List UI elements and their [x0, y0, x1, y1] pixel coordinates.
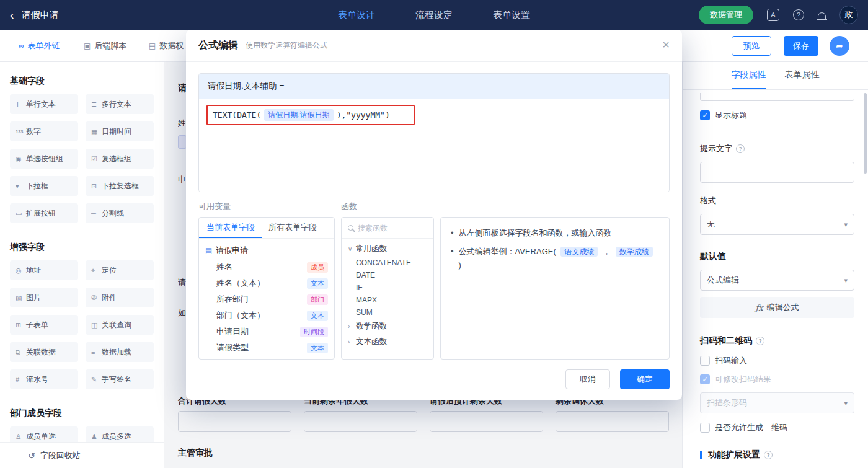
field-button-checkbox-group[interactable]: ☑复选框组 — [86, 149, 154, 169]
avatar[interactable]: 政 — [839, 6, 858, 24]
variable-row[interactable]: 所在部门 部门 — [199, 291, 334, 307]
hint-text-input[interactable] — [700, 162, 854, 183]
form-node[interactable]: ▤ 请假申请 — [199, 242, 334, 259]
field-button-single-line-text[interactable]: T单行文本 — [10, 94, 78, 114]
form-external-link-button[interactable]: ∞ 表单外链 — [19, 30, 60, 62]
field-button-address[interactable]: ◎地址 — [10, 260, 78, 280]
checkbox-unchecked-icon[interactable] — [700, 423, 710, 433]
hint-text-label: 提示文字 ? — [700, 143, 854, 154]
variable-row[interactable]: 请假类型 文本 — [199, 340, 334, 356]
function-item[interactable]: IF — [342, 281, 433, 294]
tab-form-properties[interactable]: 表单属性 — [785, 62, 820, 89]
remaining-annual-days-input[interactable] — [304, 411, 417, 432]
variables-box: 当前表单字段 所有表单字段 ▤ 请假申请 姓名 成员 姓名（文本） 文本 — [198, 217, 335, 360]
group-text-functions[interactable]: › 文本函数 — [342, 334, 433, 350]
remaining-comp-days-input[interactable] — [556, 411, 669, 432]
cancel-button[interactable]: 取消 — [565, 369, 610, 389]
formula-text-post: ),"yyyyMM") — [337, 110, 390, 120]
tab-flow-setting[interactable]: 流程设定 — [415, 9, 453, 21]
default-value-select[interactable]: 公式编辑 ▾ — [700, 270, 854, 291]
field-button-multi-line-text[interactable]: ≣多行文本 — [86, 94, 154, 114]
formula-editor[interactable]: 请假日期.文本辅助 = TEXT(DATE( 请假日期.请假日期 ),"yyyy… — [198, 73, 670, 192]
tab-form-design[interactable]: 表单设计 — [338, 9, 375, 21]
tab-current-form-fields[interactable]: 当前表单字段 — [199, 218, 262, 238]
formula-input-area[interactable]: TEXT(DATE( 请假日期.请假日期 ),"yyyyMM") — [199, 99, 669, 192]
help-icon[interactable]: ? — [793, 9, 804, 20]
tab-form-setting[interactable]: 表单设置 — [493, 9, 530, 21]
variable-row[interactable]: 姓名（文本） 文本 — [199, 275, 334, 291]
script-icon: ▣ — [84, 42, 91, 50]
checkbox-unchecked-icon[interactable] — [700, 356, 710, 366]
formula-edit-dialog: 公式编辑 使用数学运算符编辑公式 × 请假日期.文本辅助 = TEXT(DATE… — [186, 30, 682, 400]
location-icon: ⌖ — [91, 267, 102, 275]
number-icon: 123 — [16, 129, 26, 135]
tab-field-properties[interactable]: 字段属性 — [732, 62, 766, 89]
function-search[interactable] — [342, 218, 433, 239]
total-leave-days-input[interactable] — [178, 411, 291, 432]
field-button-image[interactable]: ▧图片 — [10, 288, 78, 307]
chevron-down-icon: ▾ — [844, 221, 848, 229]
panel-tabs: 字段属性 表单属性 — [683, 62, 868, 90]
field-button-linked-query[interactable]: ◫关联查询 — [86, 315, 154, 335]
scan-input-checkbox-row[interactable]: 扫码输入 — [700, 355, 854, 366]
form-title-fragment: 请 — [178, 82, 187, 94]
group-common-functions[interactable]: ∨ 常用函数 — [342, 241, 433, 257]
panel-scrollbar[interactable] — [864, 93, 867, 174]
field-button-subform[interactable]: ⊞子表单 — [10, 315, 78, 335]
field-button-extend-button[interactable]: ▭扩展按钮 — [10, 203, 78, 223]
close-icon[interactable]: × — [662, 38, 670, 51]
field-button-serial-number[interactable]: #流水号 — [10, 369, 78, 389]
field-button-radio-group[interactable]: ◉单选按钮组 — [10, 149, 78, 169]
member-chip-fragment — [178, 135, 187, 149]
field-type-tag: 成员 — [307, 262, 328, 273]
show-title-checkbox-row[interactable]: ✓ 显示标题 — [700, 110, 854, 121]
checkbox-checked-icon[interactable]: ✓ — [700, 110, 710, 120]
field-button-signature[interactable]: ✎手写签名 — [86, 369, 154, 389]
field-type-tag: 部门 — [307, 294, 328, 305]
function-item[interactable]: CONCATENATE — [342, 257, 433, 269]
field-button-dropdown-multi[interactable]: ⊡下拉复选框 — [86, 176, 154, 196]
variable-row[interactable]: 部门（文本） 文本 — [199, 307, 334, 324]
share-button[interactable]: ➦ — [830, 36, 849, 56]
function-item[interactable]: MAPX — [342, 294, 433, 306]
qr-allow-checkbox-row[interactable]: 是否允许生成二维码 — [700, 422, 854, 433]
save-button[interactable]: 保存 — [784, 36, 818, 56]
function-item[interactable]: SUM — [342, 306, 433, 319]
function-item[interactable]: DATE — [342, 269, 433, 281]
field-button-linked-data[interactable]: ⧉关联数据 — [10, 342, 78, 362]
field-recycle-bin[interactable]: ↺ 字段回收站 — [0, 442, 164, 468]
field-button-divider[interactable]: ─分割线 — [86, 203, 154, 223]
function-search-input[interactable] — [358, 224, 427, 232]
confirm-button[interactable]: 确定 — [620, 369, 670, 389]
field-button-location[interactable]: ⌖定位 — [86, 260, 154, 280]
preview-button[interactable]: 预览 — [732, 36, 771, 56]
data-manage-button[interactable]: 数据管理 — [699, 6, 753, 24]
share-icon: ➦ — [836, 41, 843, 51]
tab-all-form-fields[interactable]: 所有表单字段 — [262, 218, 323, 238]
apply-date-label-fragment: 申 — [178, 174, 187, 185]
link-icon: ∞ — [19, 42, 24, 50]
name-label-fragment: 姓 — [178, 118, 187, 129]
field-button-number[interactable]: 123数字 — [10, 121, 78, 141]
scan-type-select-disabled: 扫描条形码 ▾ — [700, 392, 854, 413]
field-button-attachment[interactable]: ✇附件 — [86, 288, 154, 307]
notification-bell-icon[interactable] — [818, 11, 826, 19]
language-icon[interactable]: A — [767, 9, 779, 21]
field-remaining-comp-days: 剩余调休天数 — [556, 395, 669, 432]
question-icon[interactable]: ? — [736, 144, 745, 153]
variable-row[interactable]: 姓名 成员 — [199, 259, 334, 275]
field-button-data-load[interactable]: ≡数据加载 — [86, 342, 154, 362]
field-button-dropdown[interactable]: ▾下拉框 — [10, 176, 78, 196]
format-select[interactable]: 无 ▾ — [700, 214, 854, 235]
predicted-remaining-days-input[interactable] — [430, 411, 543, 432]
linked-query-icon: ◫ — [91, 321, 102, 329]
group-math-functions[interactable]: › 数学函数 — [342, 319, 433, 334]
edit-formula-button[interactable]: ƒx 编辑公式 — [700, 297, 854, 318]
question-icon[interactable]: ? — [764, 451, 773, 459]
formula-field-chip[interactable]: 请假日期.请假日期 — [264, 109, 333, 121]
variable-row[interactable]: 申请日期 时间段 — [199, 324, 334, 340]
field-button-datetime[interactable]: ▦日期时间 — [86, 121, 154, 141]
question-icon[interactable]: ? — [756, 337, 764, 345]
data-permission-button[interactable]: ▤ 数据权 — [149, 30, 184, 62]
backend-script-button[interactable]: ▣ 后端脚本 — [84, 30, 126, 62]
